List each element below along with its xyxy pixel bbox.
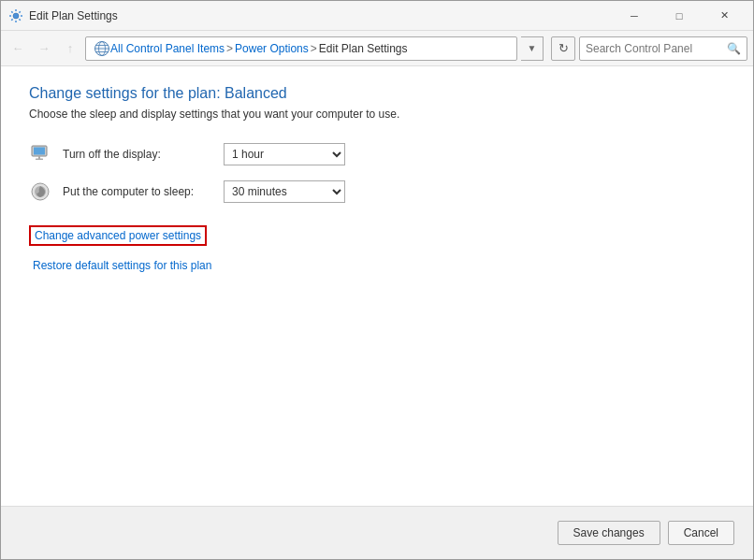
path-sep-2: >: [311, 42, 317, 55]
refresh-icon: ↻: [558, 41, 569, 55]
display-select[interactable]: 1 hour Never 5 minutes 10 minutes 15 min…: [224, 143, 345, 165]
up-icon: ↑: [67, 41, 74, 55]
display-setting-row: Turn off the display: 1 hour Never 5 min…: [29, 143, 725, 165]
minimize-button[interactable]: ─: [613, 2, 656, 30]
svg-rect-8: [34, 148, 45, 155]
refresh-button[interactable]: ↻: [551, 36, 575, 61]
maximize-button[interactable]: □: [658, 2, 701, 30]
restore-default-settings-link[interactable]: Restore default settings for this plan: [33, 259, 725, 272]
sleep-label: Put the computer to sleep:: [63, 185, 212, 198]
search-input[interactable]: [586, 42, 727, 55]
search-box: 🔍: [579, 36, 747, 61]
breadcrumb-all-control-panel[interactable]: All Control Panel Items: [110, 42, 225, 55]
monitor-icon: [30, 144, 51, 165]
forward-icon: →: [38, 41, 51, 55]
svg-point-0: [13, 13, 19, 19]
window-icon: [8, 8, 23, 23]
back-button[interactable]: ←: [7, 37, 29, 60]
forward-button[interactable]: →: [33, 37, 55, 60]
up-button[interactable]: ↑: [59, 37, 81, 60]
path-globe-icon: [94, 40, 110, 57]
svg-rect-10: [36, 159, 43, 161]
sleep-select[interactable]: 30 minutes Never 1 minute 5 minutes 10 m…: [224, 180, 345, 203]
plan-title: Change settings for the plan: Balanced: [29, 85, 725, 102]
title-bar-icon: [8, 8, 23, 23]
plan-subtitle: Choose the sleep and display settings th…: [29, 108, 725, 121]
display-icon: [29, 143, 51, 165]
moon-icon: [30, 181, 51, 202]
display-label: Turn off the display:: [63, 148, 212, 161]
back-icon: ←: [12, 41, 24, 55]
sleep-icon: [29, 180, 51, 203]
address-path: All Control Panel Items > Power Options …: [85, 36, 517, 61]
svg-point-6: [95, 41, 109, 55]
address-dropdown-button[interactable]: ▼: [521, 36, 544, 61]
content-area: Change settings for the plan: Balanced C…: [1, 66, 753, 559]
advanced-power-settings-link[interactable]: Change advanced power settings: [29, 225, 207, 246]
path-sep-1: >: [226, 42, 233, 55]
bottom-bar: Save changes Cancel: [1, 507, 753, 559]
breadcrumb-power-options[interactable]: Power Options: [235, 42, 309, 55]
title-bar: Edit Plan Settings ─ □ ✕: [1, 1, 753, 31]
breadcrumb-current: Edit Plan Settings: [319, 42, 408, 55]
chevron-down-icon: ▼: [528, 43, 537, 53]
cancel-button[interactable]: Cancel: [668, 521, 734, 545]
window: Edit Plan Settings ─ □ ✕ ← → ↑: [0, 0, 754, 560]
links-section: Change advanced power settings Restore d…: [29, 225, 725, 272]
address-bar: ← → ↑ All Control Panel Items > Power Op…: [1, 31, 753, 66]
title-bar-text: Edit Plan Settings: [29, 9, 613, 22]
search-icon: 🔍: [727, 42, 741, 55]
sleep-setting-row: Put the computer to sleep: 30 minutes Ne…: [29, 180, 725, 203]
save-changes-button[interactable]: Save changes: [558, 521, 660, 545]
main-content: Change settings for the plan: Balanced C…: [1, 66, 753, 507]
close-button[interactable]: ✕: [703, 2, 746, 30]
title-bar-controls: ─ □ ✕: [613, 2, 746, 30]
